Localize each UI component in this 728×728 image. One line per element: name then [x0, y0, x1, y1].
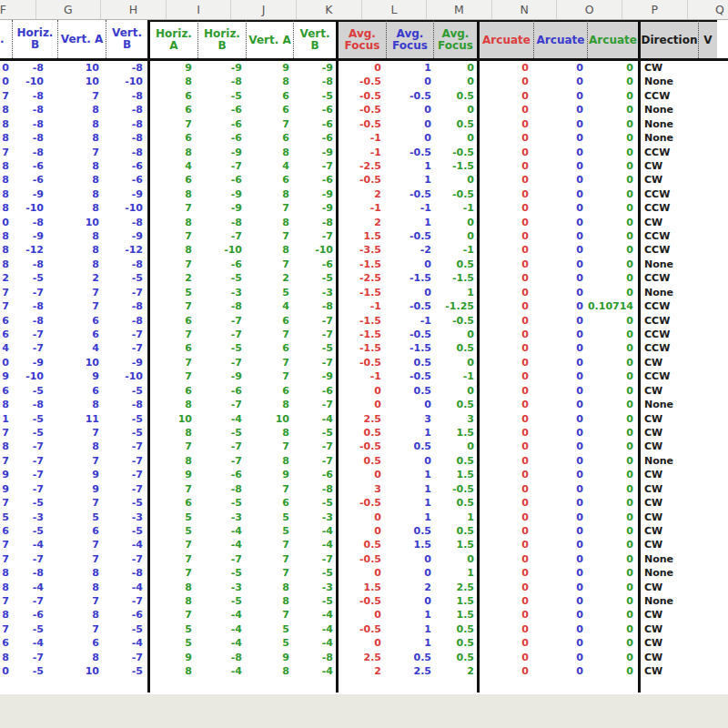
cell[interactable]: 0.5	[339, 454, 386, 468]
cell[interactable]: 0	[433, 103, 480, 116]
cell[interactable]: 0.5	[386, 524, 433, 538]
cell[interactable]: 2	[339, 216, 386, 229]
cell[interactable]	[698, 201, 717, 215]
cell[interactable]: -7	[197, 398, 246, 411]
cell[interactable]: 0	[480, 201, 533, 215]
cell[interactable]	[698, 216, 717, 229]
cell[interactable]: 6	[246, 496, 293, 510]
cell[interactable]: 0	[480, 356, 533, 369]
cell[interactable]	[106, 679, 150, 693]
cell[interactable]: -1	[433, 243, 480, 257]
cell[interactable]: 2.5	[339, 651, 386, 664]
cell[interactable]: 2	[339, 664, 386, 678]
cell[interactable]: 7	[0, 552, 12, 566]
cell[interactable]: -1	[386, 201, 433, 215]
cell[interactable]: 0	[587, 173, 641, 187]
cell[interactable]: 0	[480, 398, 533, 411]
cell[interactable]: -7	[197, 552, 246, 566]
cell[interactable]: -7	[197, 454, 246, 468]
cell[interactable]: 8	[57, 173, 106, 187]
header-cell-partial[interactable]: .	[0, 20, 12, 58]
cell[interactable]: -8	[12, 146, 57, 159]
cell[interactable]: -0.5	[339, 622, 386, 636]
cell[interactable]: 0	[433, 328, 480, 341]
cell[interactable]: 0	[533, 89, 587, 103]
cell[interactable]: -8	[12, 566, 57, 580]
cell[interactable]: 6	[57, 328, 106, 341]
cell[interactable]: 7	[246, 258, 293, 271]
cell[interactable]: 9	[150, 61, 197, 75]
cell[interactable]: -5	[293, 594, 339, 608]
cell[interactable]: -0.5	[386, 89, 433, 103]
cell[interactable]: 0	[533, 496, 587, 510]
cell[interactable]	[0, 679, 12, 693]
cell[interactable]: 0	[533, 103, 587, 116]
cell[interactable]	[698, 159, 717, 173]
cell[interactable]	[293, 679, 339, 693]
header-cell[interactable]: Arcuate	[480, 20, 533, 58]
cell[interactable]: 8	[0, 258, 12, 271]
cell[interactable]: -7	[293, 314, 339, 328]
cell[interactable]: 0	[480, 496, 533, 510]
cell[interactable]: -8	[106, 216, 150, 229]
cell[interactable]: 4	[246, 159, 293, 173]
cell[interactable]: 2	[57, 271, 106, 285]
cell[interactable]: -10	[12, 201, 57, 215]
cell[interactable]: 0	[480, 117, 533, 131]
cell[interactable]	[698, 314, 717, 328]
cell[interactable]: 0	[339, 61, 386, 75]
cell[interactable]: -6	[197, 117, 246, 131]
cell[interactable]	[698, 636, 717, 650]
cell[interactable]: 9	[57, 482, 106, 496]
cell[interactable]: -3	[293, 581, 339, 594]
cell[interactable]	[698, 581, 717, 594]
cell[interactable]: 6	[150, 384, 197, 398]
cell[interactable]: 0	[480, 299, 533, 313]
cell[interactable]: 0	[533, 61, 587, 75]
cell[interactable]: 6	[246, 341, 293, 355]
cell[interactable]: 8	[57, 243, 106, 257]
cell[interactable]: 6	[150, 89, 197, 103]
cell[interactable]: 0	[587, 581, 641, 594]
cell[interactable]: 8	[246, 454, 293, 468]
cell[interactable]: 9	[57, 468, 106, 481]
cell[interactable]: CW	[641, 159, 698, 173]
cell[interactable]	[698, 258, 717, 271]
cell[interactable]: 8	[0, 131, 12, 145]
cell[interactable]: -4	[197, 636, 246, 650]
cell[interactable]: CCW	[641, 314, 698, 328]
cell[interactable]: -3	[293, 286, 339, 299]
cell[interactable]: 0	[587, 552, 641, 566]
cell[interactable]: 8	[246, 146, 293, 159]
cell[interactable]: 0	[587, 384, 641, 398]
cell[interactable]: 0	[339, 636, 386, 650]
cell[interactable]: -4	[293, 524, 339, 538]
cell[interactable]: 0	[386, 454, 433, 468]
cell[interactable]: 7	[150, 229, 197, 243]
cell[interactable]: 8	[150, 454, 197, 468]
cell[interactable]: CW	[641, 61, 698, 75]
cell[interactable]	[698, 511, 717, 524]
cell[interactable]	[698, 117, 717, 131]
header-cell[interactable]: Vert. B	[293, 20, 339, 58]
cell[interactable]: 0	[480, 131, 533, 145]
cell[interactable]: -1	[386, 314, 433, 328]
cell[interactable]: 9	[150, 468, 197, 481]
cell[interactable]: 0.5	[386, 440, 433, 453]
cell[interactable]: -1.5	[386, 271, 433, 285]
cell[interactable]: 0	[480, 622, 533, 636]
cell[interactable]: CCW	[641, 341, 698, 355]
cell[interactable]: -5	[197, 89, 246, 103]
cell[interactable]: -8	[106, 89, 150, 103]
cell[interactable]: -0.5	[433, 146, 480, 159]
cell[interactable]: 0	[533, 566, 587, 580]
cell[interactable]: CW	[641, 482, 698, 496]
cell[interactable]: None	[641, 398, 698, 411]
cell[interactable]: -5	[12, 622, 57, 636]
cell[interactable]: 1.5	[433, 538, 480, 551]
cell[interactable]: 0	[433, 216, 480, 229]
cell[interactable]: -8	[12, 258, 57, 271]
cell[interactable]: 8	[0, 117, 12, 131]
cell[interactable]: 5	[150, 636, 197, 650]
cell[interactable]: 8	[150, 146, 197, 159]
